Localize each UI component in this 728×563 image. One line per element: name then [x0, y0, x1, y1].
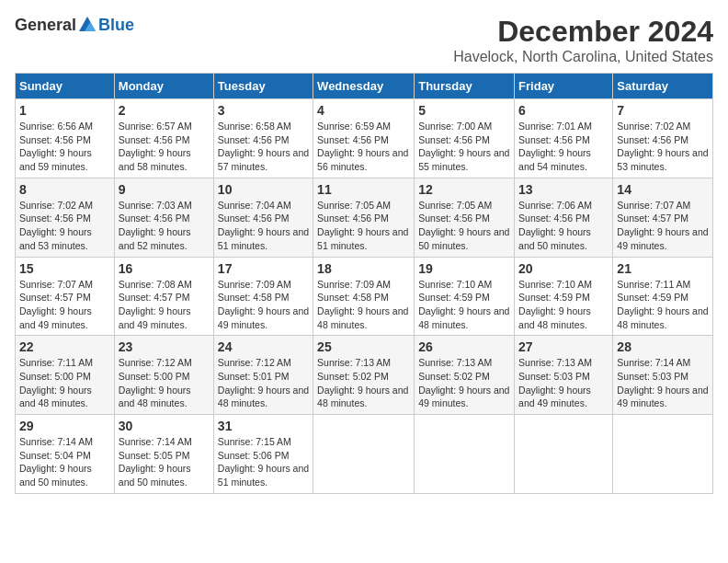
calendar-week-row: 29 Sunrise: 7:14 AM Sunset: 5:04 PM Dayl… — [16, 415, 713, 494]
calendar-week-row: 8 Sunrise: 7:02 AM Sunset: 4:56 PM Dayli… — [16, 178, 713, 257]
calendar-week-row: 15 Sunrise: 7:07 AM Sunset: 4:57 PM Dayl… — [16, 257, 713, 336]
day-info: Sunrise: 7:04 AM Sunset: 4:56 PM Dayligh… — [218, 199, 309, 253]
title-block: December 2024 Havelock, North Carolina, … — [453, 15, 713, 65]
day-number: 16 — [119, 261, 210, 276]
calendar-cell: 3 Sunrise: 6:58 AM Sunset: 4:56 PM Dayli… — [213, 99, 313, 178]
calendar-cell: 4 Sunrise: 6:59 AM Sunset: 4:56 PM Dayli… — [313, 99, 415, 178]
day-number: 9 — [119, 182, 210, 197]
day-info: Sunrise: 7:07 AM Sunset: 4:57 PM Dayligh… — [617, 199, 709, 253]
day-number: 10 — [218, 182, 309, 197]
weekday-header-row: SundayMondayTuesdayWednesdayThursdayFrid… — [16, 74, 713, 99]
day-number: 21 — [617, 261, 709, 276]
calendar-cell: 1 Sunrise: 6:56 AM Sunset: 4:56 PM Dayli… — [16, 99, 115, 178]
weekday-header-sunday: Sunday — [16, 74, 115, 99]
logo-general-text: General — [15, 16, 76, 35]
calendar-cell — [313, 415, 415, 494]
day-info: Sunrise: 7:02 AM Sunset: 4:56 PM Dayligh… — [617, 120, 709, 174]
day-number: 2 — [119, 103, 210, 118]
calendar-table: SundayMondayTuesdayWednesdayThursdayFrid… — [15, 73, 713, 494]
day-info: Sunrise: 7:13 AM Sunset: 5:02 PM Dayligh… — [418, 356, 510, 410]
day-number: 14 — [617, 182, 709, 197]
day-info: Sunrise: 7:11 AM Sunset: 4:59 PM Dayligh… — [617, 278, 709, 332]
day-info: Sunrise: 7:10 AM Sunset: 4:59 PM Dayligh… — [518, 278, 609, 332]
weekday-header-thursday: Thursday — [415, 74, 515, 99]
day-info: Sunrise: 7:02 AM Sunset: 4:56 PM Dayligh… — [19, 199, 110, 253]
day-number: 7 — [617, 103, 709, 118]
calendar-cell: 21 Sunrise: 7:11 AM Sunset: 4:59 PM Dayl… — [613, 257, 713, 336]
day-number: 24 — [218, 339, 309, 354]
day-number: 4 — [317, 103, 410, 118]
day-number: 18 — [317, 261, 410, 276]
day-info: Sunrise: 7:09 AM Sunset: 4:58 PM Dayligh… — [317, 278, 410, 332]
calendar-cell: 24 Sunrise: 7:12 AM Sunset: 5:01 PM Dayl… — [213, 336, 313, 415]
calendar-cell: 28 Sunrise: 7:14 AM Sunset: 5:03 PM Dayl… — [613, 336, 713, 415]
day-info: Sunrise: 7:14 AM Sunset: 5:04 PM Dayligh… — [19, 435, 110, 489]
calendar-cell: 15 Sunrise: 7:07 AM Sunset: 4:57 PM Dayl… — [16, 257, 115, 336]
calendar-cell: 30 Sunrise: 7:14 AM Sunset: 5:05 PM Dayl… — [114, 415, 213, 494]
calendar-cell: 13 Sunrise: 7:06 AM Sunset: 4:56 PM Dayl… — [515, 178, 613, 257]
day-info: Sunrise: 7:06 AM Sunset: 4:56 PM Dayligh… — [518, 199, 609, 253]
day-number: 8 — [19, 182, 110, 197]
location-title: Havelock, North Carolina, United States — [453, 49, 713, 65]
day-number: 22 — [19, 339, 110, 354]
calendar-cell: 5 Sunrise: 7:00 AM Sunset: 4:56 PM Dayli… — [415, 99, 515, 178]
day-number: 12 — [418, 182, 510, 197]
calendar-cell: 18 Sunrise: 7:09 AM Sunset: 4:58 PM Dayl… — [313, 257, 415, 336]
logo: General Blue — [15, 15, 134, 35]
calendar-cell: 25 Sunrise: 7:13 AM Sunset: 5:02 PM Dayl… — [313, 336, 415, 415]
calendar-cell: 26 Sunrise: 7:13 AM Sunset: 5:02 PM Dayl… — [415, 336, 515, 415]
calendar-cell: 27 Sunrise: 7:13 AM Sunset: 5:03 PM Dayl… — [515, 336, 613, 415]
calendar-cell: 8 Sunrise: 7:02 AM Sunset: 4:56 PM Dayli… — [16, 178, 115, 257]
day-info: Sunrise: 7:01 AM Sunset: 4:56 PM Dayligh… — [518, 120, 609, 174]
day-info: Sunrise: 7:03 AM Sunset: 4:56 PM Dayligh… — [119, 199, 210, 253]
day-number: 15 — [19, 261, 110, 276]
day-number: 26 — [418, 339, 510, 354]
day-number: 23 — [119, 339, 210, 354]
day-number: 1 — [19, 103, 110, 118]
day-info: Sunrise: 7:14 AM Sunset: 5:03 PM Dayligh… — [617, 356, 709, 410]
day-number: 5 — [418, 103, 510, 118]
day-info: Sunrise: 6:56 AM Sunset: 4:56 PM Dayligh… — [19, 120, 110, 174]
day-number: 31 — [218, 419, 309, 433]
day-number: 25 — [317, 339, 410, 354]
calendar-cell: 9 Sunrise: 7:03 AM Sunset: 4:56 PM Dayli… — [114, 178, 213, 257]
day-info: Sunrise: 7:12 AM Sunset: 5:01 PM Dayligh… — [218, 356, 309, 410]
calendar-cell: 20 Sunrise: 7:10 AM Sunset: 4:59 PM Dayl… — [515, 257, 613, 336]
calendar-cell: 17 Sunrise: 7:09 AM Sunset: 4:58 PM Dayl… — [213, 257, 313, 336]
day-number: 29 — [19, 419, 110, 433]
day-info: Sunrise: 7:05 AM Sunset: 4:56 PM Dayligh… — [317, 199, 410, 253]
calendar-cell: 23 Sunrise: 7:12 AM Sunset: 5:00 PM Dayl… — [114, 336, 213, 415]
calendar-cell — [415, 415, 515, 494]
day-info: Sunrise: 7:10 AM Sunset: 4:59 PM Dayligh… — [418, 278, 510, 332]
day-number: 6 — [518, 103, 609, 118]
day-info: Sunrise: 7:13 AM Sunset: 5:02 PM Dayligh… — [317, 356, 410, 410]
day-number: 20 — [518, 261, 609, 276]
calendar-cell: 29 Sunrise: 7:14 AM Sunset: 5:04 PM Dayl… — [16, 415, 115, 494]
calendar-week-row: 1 Sunrise: 6:56 AM Sunset: 4:56 PM Dayli… — [16, 99, 713, 178]
day-number: 28 — [617, 339, 709, 354]
day-number: 19 — [418, 261, 510, 276]
weekday-header-tuesday: Tuesday — [213, 74, 313, 99]
calendar-cell: 19 Sunrise: 7:10 AM Sunset: 4:59 PM Dayl… — [415, 257, 515, 336]
calendar-cell: 6 Sunrise: 7:01 AM Sunset: 4:56 PM Dayli… — [515, 99, 613, 178]
day-number: 30 — [119, 419, 210, 433]
day-number: 27 — [518, 339, 609, 354]
calendar-cell: 16 Sunrise: 7:08 AM Sunset: 4:57 PM Dayl… — [114, 257, 213, 336]
day-info: Sunrise: 7:08 AM Sunset: 4:57 PM Dayligh… — [119, 278, 210, 332]
day-info: Sunrise: 7:15 AM Sunset: 5:06 PM Dayligh… — [218, 435, 309, 489]
day-number: 3 — [218, 103, 309, 118]
weekday-header-monday: Monday — [114, 74, 213, 99]
calendar-cell: 2 Sunrise: 6:57 AM Sunset: 4:56 PM Dayli… — [114, 99, 213, 178]
calendar-cell: 14 Sunrise: 7:07 AM Sunset: 4:57 PM Dayl… — [613, 178, 713, 257]
day-info: Sunrise: 7:07 AM Sunset: 4:57 PM Dayligh… — [19, 278, 110, 332]
calendar-cell: 12 Sunrise: 7:05 AM Sunset: 4:56 PM Dayl… — [415, 178, 515, 257]
day-info: Sunrise: 7:05 AM Sunset: 4:56 PM Dayligh… — [418, 199, 510, 253]
calendar-cell: 31 Sunrise: 7:15 AM Sunset: 5:06 PM Dayl… — [213, 415, 313, 494]
calendar-cell: 22 Sunrise: 7:11 AM Sunset: 5:00 PM Dayl… — [16, 336, 115, 415]
day-info: Sunrise: 7:13 AM Sunset: 5:03 PM Dayligh… — [518, 356, 609, 410]
weekday-header-wednesday: Wednesday — [313, 74, 415, 99]
day-number: 17 — [218, 261, 309, 276]
day-number: 11 — [317, 182, 410, 197]
calendar-cell — [515, 415, 613, 494]
calendar-cell: 7 Sunrise: 7:02 AM Sunset: 4:56 PM Dayli… — [613, 99, 713, 178]
